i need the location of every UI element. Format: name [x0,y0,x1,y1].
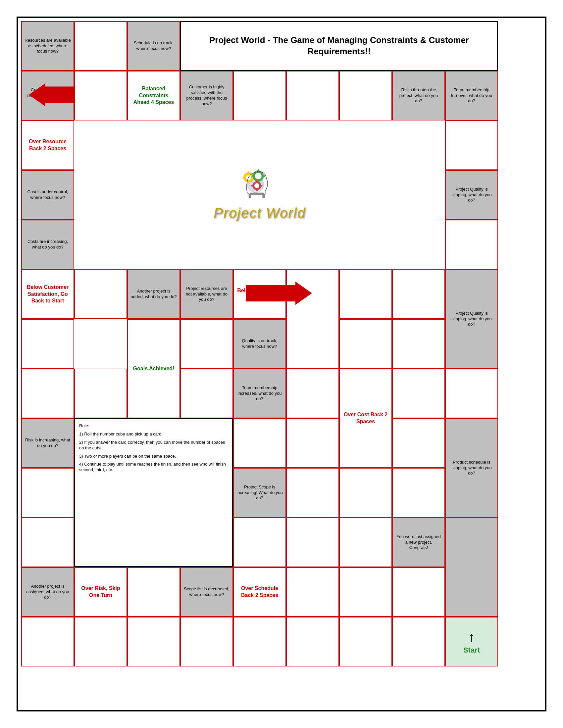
cell-r8c5: Team membership increases, what do you d… [233,369,286,418]
cell-r7c7 [339,319,392,369]
cell-r1c1: Resources are available as scheduled, wh… [21,21,74,71]
cell-r9c6 [286,418,339,468]
cell-r2c3-balanced: Balanced Constraints Ahead 4 Spaces [127,71,180,120]
cell-r7c4 [180,319,233,369]
cell-r12c2-over-risk: Over Risk, Skip One Turn [74,567,127,617]
cell-r12c6 [286,567,339,617]
cell-r8c2 [74,369,127,418]
cell-r7c1 [21,319,74,369]
cell-r2c9: Team membership turnover, what do you do… [445,71,498,120]
game-board: Resources are available as scheduled, wh… [17,17,546,711]
rule-2: 2) If you answer the card correctly, the… [79,440,228,451]
cell-r9c1: Risk is increasing, what do you do? [21,418,74,468]
cell-r2c8: Risks threaten the project, what do you … [392,71,445,120]
start-label: Start [463,646,480,655]
cell-r13c2 [74,617,127,666]
cell-r8c6 [286,369,339,418]
rule-3: 3) Two or more players can be on the sam… [79,454,228,459]
cell-r11c9 [445,518,498,617]
cell-r9c8 [392,418,445,468]
rule-4: 4) Continue to play until some reaches t… [79,462,228,473]
cell-r2c1: Constraints are in balance, where focus … [21,71,74,120]
cell-r10c5: Project Scope is increasing! What do you… [233,468,286,518]
cell-r13c1 [21,617,74,666]
cell-r6c7 [339,269,392,319]
cell-r2c2-empty [74,71,127,120]
rules-box: Rule: 1) Roll the number cube and pick u… [74,418,233,567]
cell-r9c9: Product schedule is slipping, what do yo… [445,418,498,518]
right-arrow-icon [246,282,312,305]
cell-r1c3: Schedule is on track, where focus now? [127,21,180,71]
svg-marker-25 [246,282,312,305]
cell-r10c1 [21,468,74,518]
cell-r13c7 [339,617,392,666]
cell-r10c8 [392,468,445,518]
cell-r13c8 [392,617,445,666]
cell-r3c1-over-resource: Over Resource Back 2 Spaces [21,120,74,170]
cell-r10c7 [339,468,392,518]
cell-r6c4: Project resources are not available, wha… [180,269,233,319]
cell-r2c5 [233,71,286,120]
cell-r3c9 [445,120,498,170]
svg-rect-4 [248,171,249,174]
left-arrow-icon [29,83,75,107]
cell-r12c4: Scope list is decreased, where focus now… [180,567,233,617]
cell-r11c5 [233,518,286,567]
cell-r5c9 [445,220,498,269]
start-cell: ↑ Start [445,617,498,666]
cell-r7c5: Quality is on track, where focus now? [233,319,286,369]
cell-r2c6 [286,71,339,120]
cell-r5c1: Costs are increasing, what do you do? [21,220,74,269]
svg-rect-14 [262,175,265,177]
cell-r13c5 [233,617,286,666]
cell-r12c7 [339,567,392,617]
cell-r8c7-over-cost: Over Cost Back 2 Spaces [339,369,392,468]
game-title: Project World - The Game of Managing Con… [180,21,498,71]
cell-r11c1 [21,518,74,567]
cell-r4c9: Project Quality is slipping, what do you… [445,170,498,220]
cell-r12c1: Another project is assigned, what do you… [21,567,74,617]
rule-intro: Rule: [79,423,228,429]
svg-marker-0 [29,83,75,107]
svg-rect-22 [250,193,264,195]
start-indicator: ↑ Start [463,628,480,655]
cell-r10c6 [286,468,339,518]
cell-r6c2 [74,269,127,319]
cell-r8c9 [445,369,498,418]
cell-r11c7 [339,518,392,567]
svg-rect-24 [262,194,265,198]
cell-r13c6 [286,617,339,666]
cell-r12c5-over-schedule: Over Schedule Back 2 Spaces [233,567,286,617]
svg-rect-20 [260,185,262,186]
cell-r11c6 [286,518,339,567]
cell-r7c8 [392,319,445,369]
cell-r8c8 [392,369,445,418]
cell-r8c1 [21,369,74,418]
cell-r13c4 [180,617,233,666]
cell-r6c1-below-customer: Below Customer Satisfaction, Go Back to … [21,269,74,319]
cell-r9c5 [233,418,286,468]
svg-rect-18 [256,180,258,183]
cell-r6c3: Another project is added, what do you do… [127,269,180,319]
gear-logo-icon [243,168,276,201]
board-grid: Resources are available as scheduled, wh… [21,21,542,707]
cell-r2c4: Customer is highly satisfied with the pr… [180,71,233,120]
cell-r8c4 [180,369,233,418]
logo-area: Project World [74,120,445,269]
up-arrow-icon: ↑ [468,628,475,646]
cell-r6c8 [392,269,445,319]
cell-r6c9: Project Quality is slipping, what do you… [445,269,498,369]
cell-r1c2 [74,21,127,71]
svg-rect-5 [248,181,249,183]
rule-1: 1) Roll the number cube and pick up a ca… [79,432,228,437]
svg-point-17 [254,183,259,188]
svg-rect-23 [249,194,251,198]
cell-r7c3-goals: Goals Achieved! [127,319,180,418]
project-world-logo-text: Project World [213,204,306,222]
cell-r13c3 [127,617,180,666]
svg-point-11 [255,173,261,179]
cell-r6c5-below-quality: Below Quality, Go Back [233,269,286,319]
cell-r12c8 [392,567,445,617]
svg-rect-19 [256,189,258,191]
cell-r4c1: Cost is under control, where focus now? [21,170,74,220]
